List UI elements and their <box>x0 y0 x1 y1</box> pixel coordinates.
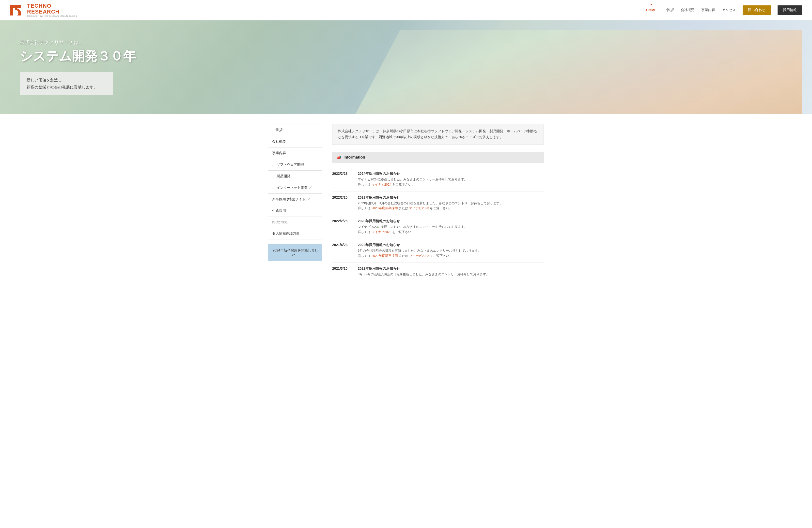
info-desc-1: マイナビ2024に参画しました。みなさまのエントリーお待ちしております。 詳しく… <box>358 177 544 187</box>
info-item-2: 2022/2/25 2023年採用情報のお知らせ 2023年度3月・4月の会社説… <box>332 192 544 215</box>
sidebar-item-privacy[interactable]: 個人情報保護方針 <box>268 228 322 239</box>
info-link-2a[interactable]: 2023年度新卒採用 <box>372 206 398 210</box>
sidebar-item-internet[interactable]: … インターネット事業 ↗ <box>268 182 322 194</box>
info-body-4: 2022年採用情報のお知らせ 5月の会社説明会の日程を更新しました。みなさまのエ… <box>358 243 544 259</box>
info-date-4: 2021/4/23 <box>332 243 352 259</box>
hero-content: 株式会社テクノリサーチは、 システム開発３０年 新しい価値を創造し、 顧客の繁栄… <box>0 39 136 95</box>
info-desc-4: 5月の会社説明会の日程を更新しました。みなさまのエントリーお待ちしております。 … <box>358 248 544 259</box>
info-item-3: 2022/2/25 2023年採用情報のお知らせ マイナビ2023に参画しました… <box>332 215 544 239</box>
sidebar-item-business[interactable]: 事業内容 <box>268 148 322 159</box>
information-title: Information <box>344 155 365 160</box>
info-link-3a[interactable]: マイナビ2023 <box>372 230 391 234</box>
sidebar-item-greeting[interactable]: ご挨拶 <box>268 124 322 136</box>
information-header: 📣 Information <box>332 152 544 163</box>
nav-access[interactable]: アクセス <box>722 8 736 12</box>
svg-rect-1 <box>10 5 21 8</box>
info-body-5: 2022年採用情報のお知らせ 3月・4月の会社説明会の日程を更新しました。みなさ… <box>358 267 544 277</box>
contact-button[interactable]: 問い合わせ <box>743 5 771 15</box>
info-date-5: 2021/3/10 <box>332 267 352 277</box>
sidebar-item-newgrad[interactable]: 新卒採用 (特設サイト) ↗ <box>268 194 322 205</box>
info-item-5: 2021/3/10 2022年採用情報のお知らせ 3月・4月の会社説明会の日程を… <box>332 262 544 281</box>
info-link-4b[interactable]: マイナビ2022 <box>409 254 429 258</box>
nav-greeting[interactable]: ご挨拶 <box>663 8 674 12</box>
nav-business[interactable]: 事業内容 <box>701 8 715 12</box>
header: TECHNORESEARCH Computer system program M… <box>0 0 812 20</box>
info-title-1: 2024年採用情報のお知らせ <box>358 171 544 176</box>
info-item-1: 2023/2/28 2024年採用情報のお知らせ マイナビ2024に参画しました… <box>332 168 544 192</box>
info-date-3: 2022/2/25 <box>332 219 352 235</box>
logo-brand-name: TECHNORESEARCH <box>27 3 77 15</box>
info-title-2: 2023年採用情報のお知らせ <box>358 195 544 200</box>
hero-box-text: 新しい価値を創造し、 顧客の繁栄と社会の発展に貢献します。 <box>27 77 106 91</box>
info-desc-2: 2023年度3月・4月の会社説明会の日程を更新しました。みなさまのエントリーお待… <box>358 201 544 211</box>
info-date-2: 2022/2/25 <box>332 195 352 211</box>
info-link-2b[interactable]: マイナビ2023 <box>409 206 429 210</box>
info-link-4a[interactable]: 2022年度新卒採用 <box>372 254 398 258</box>
hero-section: 株式会社テクノリサーチは、 システム開発３０年 新しい価値を創造し、 顧客の繁栄… <box>0 20 812 114</box>
info-title-4: 2022年採用情報のお知らせ <box>358 243 544 247</box>
content-area: 株式会社テクノリサーチは、神奈川県の小田原市に本社を持つソフトウェア開発・システ… <box>322 124 544 281</box>
hero-title: システム開発３０年 <box>20 48 136 65</box>
info-body-2: 2023年採用情報のお知らせ 2023年度3月・4月の会社説明会の日程を更新しま… <box>358 195 544 211</box>
sidebar: ご挨拶 会社概要 事業内容 … ソフトウェア開発 … 製品開発 … インターネッ… <box>268 124 322 281</box>
sidebar-item-product[interactable]: … 製品開発 <box>268 170 322 182</box>
info-date-1: 2023/2/28 <box>332 171 352 187</box>
logo-icon <box>10 4 25 16</box>
info-body-1: 2024年採用情報のお知らせ マイナビ2024に参画しました。みなさまのエントリ… <box>358 171 544 187</box>
logo-area: TECHNORESEARCH Computer system program M… <box>10 3 77 17</box>
nav-company[interactable]: 会社概要 <box>681 8 694 12</box>
logo-tagline: Computer system program Manufacturing <box>27 15 77 17</box>
hero-hands-image <box>356 30 802 114</box>
info-title-3: 2023年採用情報のお知らせ <box>358 219 544 224</box>
logo-text-area: TECHNORESEARCH Computer system program M… <box>27 3 77 17</box>
info-desc-5: 3月・4月の会社説明会の日程を更新しました。みなさまのエントリーお待ちしておりま… <box>358 272 544 277</box>
sidebar-item-company[interactable]: 会社概要 <box>268 136 322 148</box>
hero-subtitle: 株式会社テクノリサーチは、 <box>20 39 136 46</box>
megaphone-icon: 📣 <box>337 155 342 160</box>
info-link-1a[interactable]: マイナビ2024 <box>372 183 391 186</box>
information-list: 2023/2/28 2024年採用情報のお知らせ マイナビ2024に参画しました… <box>332 168 544 281</box>
nav-home[interactable]: HOME <box>646 8 656 12</box>
info-body-3: 2023年採用情報のお知らせ マイナビ2023に参画しました。みなさまのエントリ… <box>358 219 544 235</box>
info-title-5: 2022年採用情報のお知らせ <box>358 267 544 271</box>
sidebar-item-iso: ISO27001 <box>268 217 322 228</box>
info-desc-3: マイナビ2023に参画しました。みなさまのエントリーお待ちしております。 詳しく… <box>358 224 544 235</box>
sidebar-item-software[interactable]: … ソフトウェア開発 <box>268 159 322 170</box>
main-content: ご挨拶 会社概要 事業内容 … ソフトウェア開発 … 製品開発 … インターネッ… <box>258 124 554 281</box>
main-nav: HOME ご挨拶 会社概要 事業内容 アクセス 問い合わせ 採用情報 <box>646 5 802 15</box>
company-intro: 株式会社テクノリサーチは、神奈川県の小田原市に本社を持つソフトウェア開発・システ… <box>332 124 544 145</box>
sidebar-banner: 2024年新卒採用を開始しました！ <box>268 244 322 261</box>
hero-box: 新しい価値を創造し、 顧客の繁栄と社会の発展に貢献します。 <box>20 72 113 95</box>
recruit-button[interactable]: 採用情報 <box>778 5 802 15</box>
info-item-4: 2021/4/23 2022年採用情報のお知らせ 5月の会社説明会の日程を更新し… <box>332 239 544 263</box>
sidebar-item-career[interactable]: 中途採用 <box>268 205 322 217</box>
